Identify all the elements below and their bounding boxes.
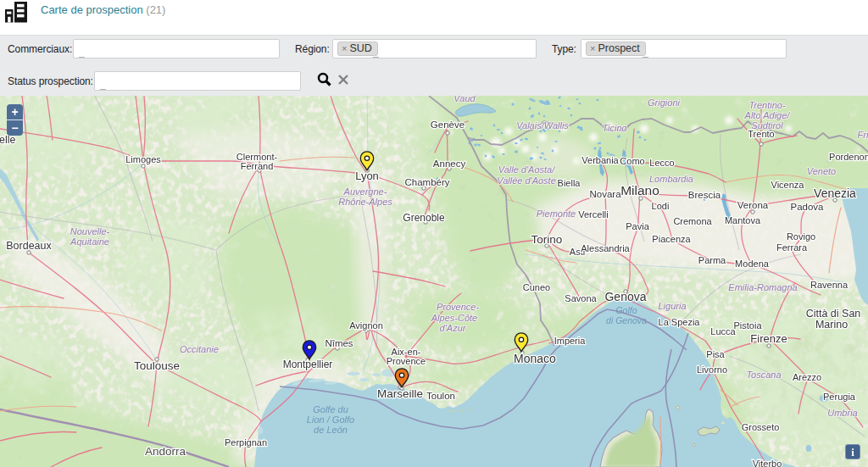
svg-text:Provence-: Provence- bbox=[437, 302, 479, 312]
svg-text:Montpellier: Montpellier bbox=[283, 359, 333, 370]
svg-text:Verbania: Verbania bbox=[581, 155, 619, 165]
svg-text:Cremona: Cremona bbox=[673, 216, 712, 226]
svg-text:di Genova: di Genova bbox=[606, 315, 647, 325]
svg-text:Ferrara: Ferrara bbox=[776, 242, 808, 253]
svg-text:Ticino: Ticino bbox=[602, 123, 626, 133]
svg-text:Alpes-Côte: Alpes-Côte bbox=[431, 313, 477, 323]
svg-text:Grenoble: Grenoble bbox=[403, 212, 445, 224]
svg-text:Fri: Fri bbox=[858, 130, 868, 140]
svg-text:Biella: Biella bbox=[558, 178, 581, 188]
svg-text:Lyon: Lyon bbox=[355, 170, 379, 182]
svg-text:Vallée d'Aoste: Vallée d'Aoste bbox=[497, 175, 556, 186]
svg-text:Città di San: Città di San bbox=[806, 308, 861, 320]
svg-text:Limoges: Limoges bbox=[125, 154, 161, 164]
svg-text:Veneto: Veneto bbox=[807, 166, 836, 176]
svg-text:Lucca: Lucca bbox=[710, 326, 736, 336]
svg-text:Piemonte: Piemonte bbox=[537, 208, 576, 219]
svg-text:Imperia: Imperia bbox=[554, 336, 587, 346]
svg-text:Pistoia: Pistoia bbox=[733, 320, 762, 331]
svg-text:elle: elle bbox=[0, 134, 16, 146]
svg-text:Toscana: Toscana bbox=[746, 370, 781, 380]
svg-text:Occitanie: Occitanie bbox=[180, 344, 219, 354]
svg-text:Savona: Savona bbox=[565, 293, 597, 303]
svg-text:La Spezia: La Spezia bbox=[659, 317, 701, 327]
svg-text:Toulon: Toulon bbox=[426, 391, 455, 401]
svg-text:Alessandria: Alessandria bbox=[581, 243, 630, 253]
svg-text:Perpignan: Perpignan bbox=[225, 437, 267, 448]
svg-text:Piacenza: Piacenza bbox=[652, 234, 691, 244]
svg-text:d'Azur: d'Azur bbox=[440, 323, 467, 333]
svg-text:Nîmes: Nîmes bbox=[325, 338, 353, 348]
svg-text:Andorra: Andorra bbox=[145, 445, 186, 458]
svg-text:Toulouse: Toulouse bbox=[134, 359, 180, 372]
svg-text:Pavia: Pavia bbox=[626, 221, 649, 231]
svg-text:Padova: Padova bbox=[790, 202, 824, 212]
svg-text:Torino: Torino bbox=[531, 233, 563, 246]
svg-text:Cuneo: Cuneo bbox=[523, 282, 550, 292]
svg-text:Mantova: Mantova bbox=[725, 215, 761, 225]
svg-text:Chambéry: Chambéry bbox=[404, 177, 449, 187]
svg-text:Pisa: Pisa bbox=[706, 349, 725, 359]
svg-text:Aquitaine: Aquitaine bbox=[70, 236, 109, 247]
svg-text:Emilia-Romagna: Emilia-Romagna bbox=[728, 282, 797, 292]
svg-text:Valais/Wallis: Valais/Wallis bbox=[516, 120, 569, 131]
svg-text:Lion / Golfo: Lion / Golfo bbox=[307, 414, 354, 425]
svg-text:Genève: Genève bbox=[431, 120, 465, 130]
svg-text:Marino: Marino bbox=[815, 319, 848, 331]
svg-text:Liguria: Liguria bbox=[658, 301, 686, 311]
svg-text:Auvergne-: Auvergne- bbox=[343, 186, 387, 197]
svg-text:Lombardia: Lombardia bbox=[649, 174, 693, 184]
svg-text:Alto Adige/: Alto Adige/ bbox=[744, 110, 791, 120]
svg-text:Firenze: Firenze bbox=[750, 332, 787, 345]
svg-text:Monaco: Monaco bbox=[514, 352, 556, 365]
svg-text:de León: de León bbox=[314, 425, 348, 435]
svg-text:Pordenone: Pordenone bbox=[829, 152, 868, 162]
svg-text:Genova: Genova bbox=[604, 290, 646, 303]
svg-text:Grigioni: Grigioni bbox=[648, 97, 680, 108]
svg-text:Annecy: Annecy bbox=[433, 158, 466, 169]
svg-text:Verona: Verona bbox=[737, 200, 769, 210]
svg-text:Brescia: Brescia bbox=[688, 190, 721, 200]
svg-text:Rhône-Alpes: Rhône-Alpes bbox=[338, 197, 392, 207]
svg-text:Vercelli: Vercelli bbox=[578, 209, 608, 220]
svg-text:Como: Como bbox=[620, 156, 644, 166]
svg-text:Provence: Provence bbox=[387, 356, 426, 366]
svg-text:Ravenna: Ravenna bbox=[810, 280, 849, 290]
svg-text:Bordeaux: Bordeaux bbox=[6, 240, 52, 252]
svg-text:Sudtirol: Sudtirol bbox=[751, 120, 783, 131]
svg-text:Nouvelle-: Nouvelle- bbox=[70, 226, 110, 236]
svg-text:Golfe du: Golfe du bbox=[313, 404, 348, 414]
svg-text:Lecco: Lecco bbox=[649, 158, 674, 168]
svg-text:Ferrand: Ferrand bbox=[241, 161, 274, 171]
svg-text:Umbria: Umbria bbox=[827, 408, 857, 418]
svg-text:Novara: Novara bbox=[589, 189, 621, 199]
svg-text:Rovigo: Rovigo bbox=[787, 231, 815, 242]
svg-text:Vaud: Vaud bbox=[453, 96, 476, 103]
svg-text:Valle d'Aosta/: Valle d'Aosta/ bbox=[498, 164, 555, 175]
svg-text:Lodi: Lodi bbox=[652, 201, 670, 211]
svg-text:Perugia: Perugia bbox=[823, 392, 856, 402]
svg-text:Vicenza: Vicenza bbox=[771, 180, 805, 190]
svg-text:Marseille: Marseille bbox=[377, 387, 423, 400]
svg-text:Modena: Modena bbox=[735, 259, 770, 269]
svg-text:Livorno: Livorno bbox=[697, 364, 727, 375]
svg-text:Grosseto: Grosseto bbox=[742, 422, 780, 432]
svg-text:Venezia: Venezia bbox=[814, 186, 856, 200]
svg-text:Parma: Parma bbox=[698, 255, 726, 265]
svg-text:Milano: Milano bbox=[620, 183, 659, 197]
svg-text:Golfo: Golfo bbox=[615, 305, 637, 315]
svg-text:Viterbo: Viterbo bbox=[753, 459, 782, 467]
svg-text:Arezzo: Arezzo bbox=[793, 372, 821, 382]
svg-text:Trentino-: Trentino- bbox=[748, 100, 786, 110]
svg-text:Avignon: Avignon bbox=[349, 320, 383, 331]
